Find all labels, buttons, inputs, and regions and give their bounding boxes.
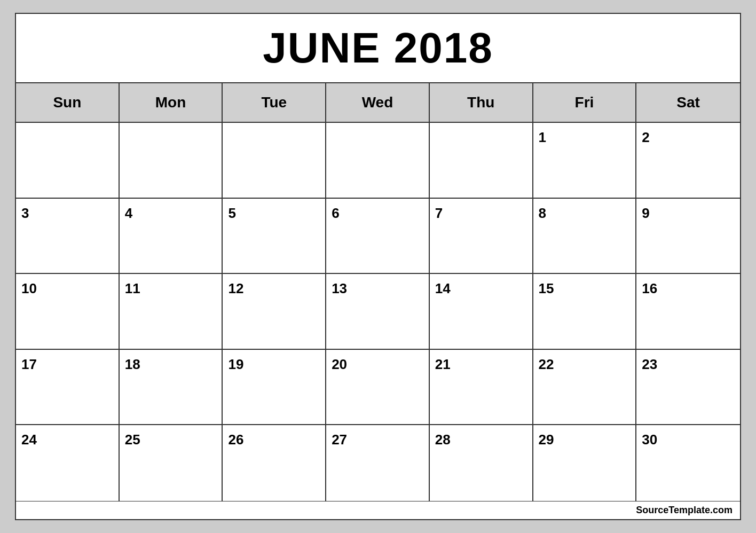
day-header-fri: Fri: [533, 83, 637, 122]
day-cell-25: 25: [120, 425, 223, 501]
day-number-29: 29: [539, 432, 631, 448]
day-header-thu: Thu: [430, 83, 533, 122]
day-cell-21: 21: [430, 350, 533, 426]
day-cell-23: 23: [636, 350, 740, 426]
day-number-30: 30: [642, 432, 735, 448]
day-number-19: 19: [228, 356, 320, 373]
day-cell-5: 5: [223, 199, 326, 275]
calendar-header: SunMonTueWedThuFriSat: [16, 83, 740, 123]
day-number-25: 25: [125, 432, 217, 448]
day-number-4: 4: [125, 205, 217, 222]
day-number-20: 20: [332, 356, 423, 373]
day-cell-24: 24: [16, 425, 120, 501]
day-header-sun: Sun: [16, 83, 120, 122]
day-number-17: 17: [21, 356, 113, 373]
day-number-18: 18: [125, 356, 217, 373]
empty-cell: [326, 123, 430, 199]
day-cell-29: 29: [533, 425, 637, 501]
day-number-9: 9: [642, 205, 735, 222]
day-number-13: 13: [332, 280, 423, 297]
day-number-27: 27: [332, 432, 423, 448]
day-header-wed: Wed: [326, 83, 430, 122]
day-cell-27: 27: [326, 425, 430, 501]
day-cell-4: 4: [120, 199, 223, 275]
day-number-5: 5: [228, 205, 320, 222]
day-cell-1: 1: [533, 123, 637, 199]
day-cell-17: 17: [16, 350, 120, 426]
day-cell-13: 13: [326, 274, 430, 350]
day-number-16: 16: [642, 280, 735, 297]
day-number-2: 2: [642, 129, 735, 146]
empty-cell: [223, 123, 326, 199]
day-cell-28: 28: [430, 425, 533, 501]
day-number-8: 8: [539, 205, 631, 222]
day-cell-20: 20: [326, 350, 430, 426]
day-cell-9: 9: [636, 199, 740, 275]
day-number-10: 10: [21, 280, 113, 297]
calendar: JUNE 2018 SunMonTueWedThuFriSat 12345678…: [15, 13, 741, 520]
day-number-6: 6: [332, 205, 423, 222]
day-cell-26: 26: [223, 425, 326, 501]
day-number-3: 3: [21, 205, 113, 222]
day-number-26: 26: [228, 432, 320, 448]
day-cell-11: 11: [120, 274, 223, 350]
day-cell-3: 3: [16, 199, 120, 275]
day-cell-10: 10: [16, 274, 120, 350]
day-header-mon: Mon: [120, 83, 223, 122]
day-number-24: 24: [21, 432, 113, 448]
day-number-11: 11: [125, 280, 217, 297]
day-number-22: 22: [539, 356, 631, 373]
day-cell-16: 16: [636, 274, 740, 350]
day-header-sat: Sat: [636, 83, 740, 122]
calendar-title: JUNE 2018: [16, 14, 740, 83]
day-header-tue: Tue: [223, 83, 326, 122]
day-cell-8: 8: [533, 199, 637, 275]
day-cell-12: 12: [223, 274, 326, 350]
day-cell-14: 14: [430, 274, 533, 350]
day-cell-7: 7: [430, 199, 533, 275]
day-cell-6: 6: [326, 199, 430, 275]
day-number-7: 7: [435, 205, 527, 222]
day-number-15: 15: [539, 280, 631, 297]
day-cell-19: 19: [223, 350, 326, 426]
day-number-12: 12: [228, 280, 320, 297]
day-cell-22: 22: [533, 350, 637, 426]
day-cell-18: 18: [120, 350, 223, 426]
day-number-23: 23: [642, 356, 735, 373]
day-number-1: 1: [539, 129, 631, 146]
footer-text: SourceTemplate.com: [16, 501, 740, 519]
day-cell-15: 15: [533, 274, 637, 350]
empty-cell: [430, 123, 533, 199]
day-number-21: 21: [435, 356, 527, 373]
day-number-14: 14: [435, 280, 527, 297]
calendar-grid: 1234567891011121314151617181920212223242…: [16, 123, 740, 501]
day-cell-2: 2: [636, 123, 740, 199]
empty-cell: [16, 123, 120, 199]
empty-cell: [120, 123, 223, 199]
day-cell-30: 30: [636, 425, 740, 501]
day-number-28: 28: [435, 432, 527, 448]
